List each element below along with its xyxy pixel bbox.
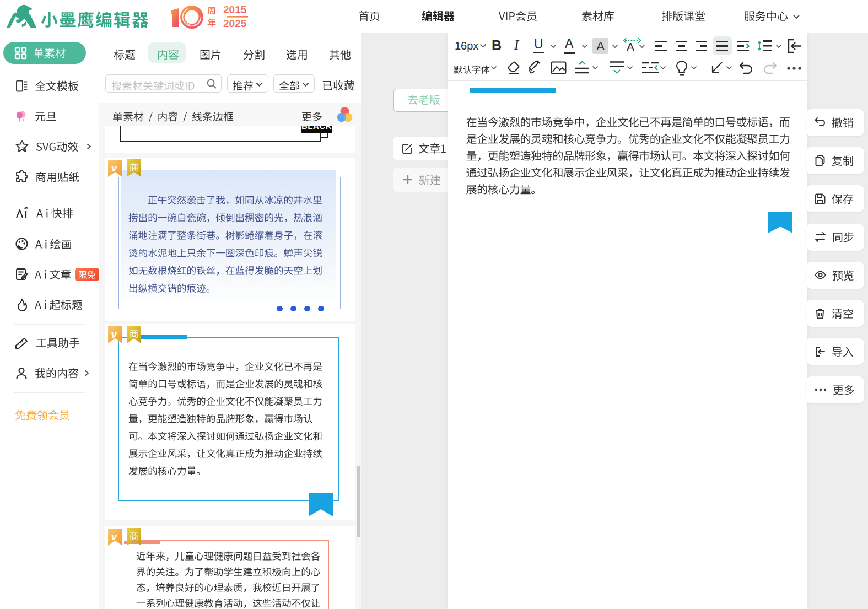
svg-text:ν: ν <box>111 531 117 542</box>
svg-text:s: s <box>22 144 25 151</box>
svg-text:ν: ν <box>111 162 117 174</box>
svg-text:ν: ν <box>111 328 117 340</box>
svg-text:2015: 2015 <box>223 4 247 15</box>
svg-text:2025: 2025 <box>223 18 247 29</box>
